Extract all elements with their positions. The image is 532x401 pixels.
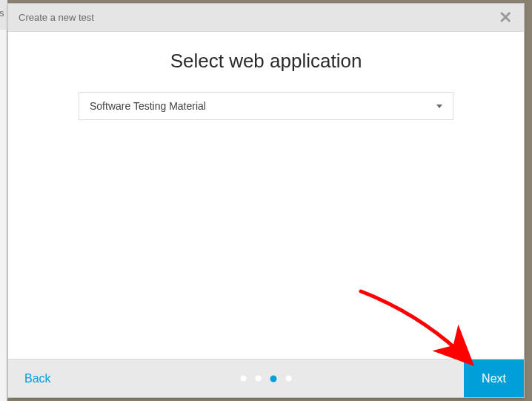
background-edge: s bbox=[0, 0, 7, 401]
background-edge-text: s bbox=[0, 7, 4, 19]
modal-header: Create a new test ✕ bbox=[8, 4, 524, 32]
step-dot-3 bbox=[270, 375, 277, 382]
modal-footer: Back Next bbox=[8, 359, 524, 397]
page-heading: Select web application bbox=[170, 50, 362, 73]
create-test-modal: Create a new test ✕ Select web applicati… bbox=[7, 3, 525, 398]
step-dot-1 bbox=[241, 376, 247, 382]
web-application-select[interactable]: Software Testing Material bbox=[79, 92, 453, 120]
next-button[interactable]: Next bbox=[464, 359, 524, 397]
back-button[interactable]: Back bbox=[8, 359, 67, 397]
select-value: Software Testing Material bbox=[90, 100, 206, 112]
step-indicator bbox=[241, 375, 292, 382]
step-dot-2 bbox=[256, 376, 262, 382]
modal-body: Select web application Software Testing … bbox=[8, 32, 524, 359]
step-dot-4 bbox=[286, 376, 292, 382]
close-icon[interactable]: ✕ bbox=[497, 10, 513, 26]
modal-title: Create a new test bbox=[19, 12, 94, 23]
chevron-down-icon bbox=[436, 105, 442, 108]
